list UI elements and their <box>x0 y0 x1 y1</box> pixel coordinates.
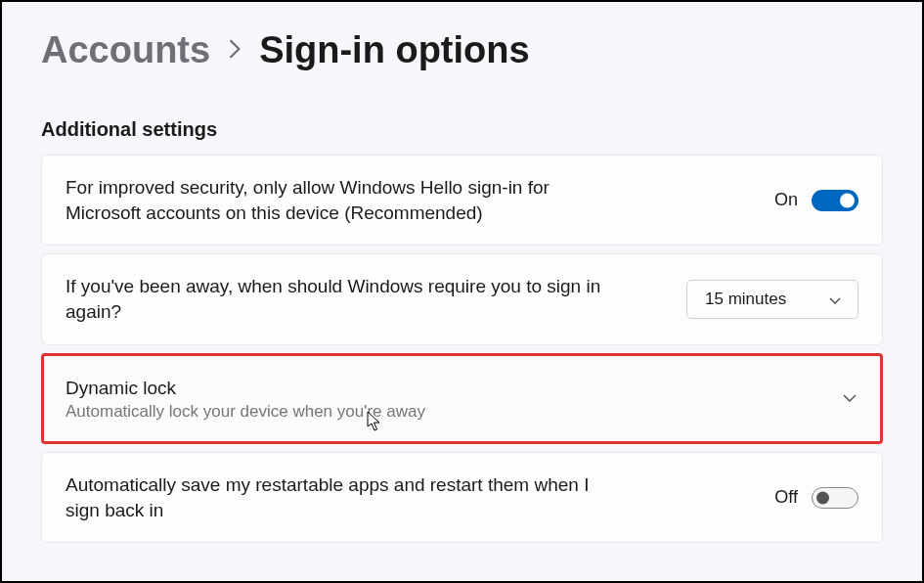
setting-hello-title: For improved security, only allow Window… <box>66 175 613 225</box>
chevron-down-icon <box>828 292 842 306</box>
setting-require-signin-title: If you've been away, when should Windows… <box>66 274 633 324</box>
setting-dynamic-lock-title: Dynamic lock <box>66 376 817 401</box>
setting-require-signin: If you've been away, when should Windows… <box>41 253 883 344</box>
restart-apps-toggle[interactable] <box>812 487 858 509</box>
page-title: Sign-in options <box>259 29 530 71</box>
setting-hello-signin-only: For improved security, only allow Window… <box>41 155 883 246</box>
setting-restart-apps: Automatically save my restartable apps a… <box>41 452 883 543</box>
hello-signin-toggle[interactable] <box>812 190 858 211</box>
toggle-knob-icon <box>816 491 829 504</box>
chevron-right-icon <box>228 35 242 67</box>
setting-dynamic-lock-subtitle: Automatically lock your device when you'… <box>66 402 817 422</box>
breadcrumb-parent[interactable]: Accounts <box>41 29 210 71</box>
toggle-state-label: Off <box>774 487 798 508</box>
chevron-down-icon <box>841 389 858 407</box>
dropdown-selected-value: 15 minutes <box>705 290 786 309</box>
require-signin-dropdown[interactable]: 15 minutes <box>686 280 858 319</box>
breadcrumb: Accounts Sign-in options <box>41 29 883 71</box>
section-heading-additional-settings: Additional settings <box>41 118 883 141</box>
toggle-state-label: On <box>774 190 798 210</box>
setting-dynamic-lock[interactable]: Dynamic lock Automatically lock your dev… <box>41 353 883 445</box>
toggle-knob-icon <box>840 193 855 207</box>
setting-restart-apps-title: Automatically save my restartable apps a… <box>66 472 594 522</box>
